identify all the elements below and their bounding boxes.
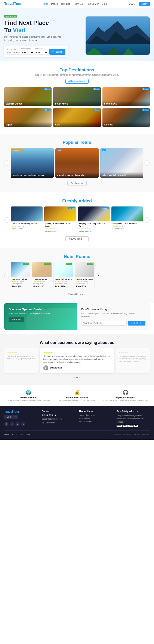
- duration-label: Duration: [35, 48, 48, 50]
- nav-link-tour-search[interactable]: Tour Search: [86, 2, 99, 5]
- dest-card-asia[interactable]: 4 tours Asia: [53, 108, 100, 127]
- view-all-tours-btn[interactable]: View All Tours →: [66, 236, 89, 241]
- room-img-3: 10% Off: [75, 262, 94, 277]
- testimonial-card-left-faded: ★★★★★ The tours in this website are grea…: [4, 348, 38, 374]
- nav-link-blog[interactable]: Blog: [102, 2, 107, 5]
- footer-currency-select[interactable]: USD ▾: [4, 415, 18, 419]
- popular-tours-title: Popular Tours: [4, 140, 150, 145]
- dest-overlay-0: Western Europe: [4, 101, 52, 106]
- nav-link-room-list[interactable]: Room List: [73, 2, 84, 5]
- footer-pay-subtitle: The payment is encrypted and transmitted…: [116, 414, 150, 424]
- footer-bottom-link-1[interactable]: About: [12, 433, 17, 436]
- newsletter-row: SUBSCRIBE: [81, 320, 146, 326]
- nav-link-home[interactable]: Home: [42, 2, 48, 5]
- dot-2[interactable]: [79, 377, 80, 378]
- room-card-0[interactable]: 10% Off Standard Deluxe ★★★★ 5 review 🛏 …: [11, 262, 30, 289]
- destinations-section: Top Destinations Explore our top destina…: [0, 61, 154, 134]
- freshly-next[interactable]: ›: [144, 217, 150, 222]
- tour-info-0: Austria – 6 Days in Vienna, Hallstatt: [11, 172, 54, 178]
- dest-overlay-2: Scandinavia: [102, 101, 150, 106]
- footer-bottom-link-0[interactable]: Home: [4, 433, 10, 436]
- nav-link-tour-list[interactable]: Tour List: [61, 2, 70, 5]
- view-all-tours-container: View All Tours →: [4, 236, 150, 241]
- rooms-next[interactable]: ›: [96, 273, 101, 278]
- fresh-img-0: [11, 206, 42, 222]
- subscribe-btn[interactable]: SUBSCRIBE: [128, 320, 146, 326]
- duration-select[interactable]: Any: [35, 50, 48, 55]
- footer-link-0[interactable]: Travel Blog + Tips: [79, 414, 112, 416]
- see-more-btn[interactable]: See More →: [68, 181, 86, 186]
- footer-bottom-link-2[interactable]: Blog: [19, 433, 23, 436]
- dot-1[interactable]: [76, 377, 78, 378]
- fresh-card-1[interactable]: Best Value Venice, Rome and Milan – 9 Da…: [44, 206, 76, 233]
- room-badge-3: 10% Off: [87, 263, 94, 265]
- brand-accent: Tour: [14, 2, 22, 6]
- hotel-rooms-section: Hotel Rooms ‹ 10% Off Standard Deluxe ★★…: [0, 248, 154, 303]
- twitter-icon[interactable]: t: [10, 422, 14, 426]
- hero-title-accent: Visit: [13, 27, 26, 33]
- hero-title-line1: Find Next Place: [4, 20, 49, 26]
- rooms-grid: 10% Off Standard Deluxe ★★★★ 5 review 🛏 …: [11, 262, 94, 289]
- footer-bottom: Home About Blog Contact Copyright © 2024…: [4, 430, 150, 436]
- search-button[interactable]: 🔍 Search: [49, 49, 66, 55]
- dest-card-egypt[interactable]: 3 tours Egypt: [4, 108, 52, 127]
- hero-mountain-image: [86, 16, 150, 55]
- dest-card-america[interactable]: 8 tours America: [102, 108, 150, 127]
- room-card-3[interactable]: 10% Off Junior Suite Room ★★★★ 5 review …: [75, 262, 94, 289]
- destinations-title: Top Destinations: [4, 68, 150, 72]
- fresh-card-2[interactable]: Best Value Enquiry Form Only Paris – 6 D…: [78, 206, 110, 233]
- fresh-card-3[interactable]: 5 Day Oahu Tour: Honolulu ★★★★ 5 review …: [112, 206, 143, 233]
- freshly-prev[interactable]: ‹: [4, 217, 10, 222]
- newsletter-input[interactable]: [81, 320, 126, 326]
- room-img-2: 10% Off: [54, 262, 73, 277]
- all-destinations-btn[interactable]: All Destinations →: [66, 79, 88, 84]
- testimonial-dots: [4, 376, 150, 379]
- footer-link-2[interactable]: Be Our Partner: [79, 420, 112, 422]
- dest-card-scandinavia[interactable]: 5 tours Scandinavia: [102, 87, 150, 106]
- pay-mc: MC: [122, 425, 126, 427]
- nav-link-pages[interactable]: Pages: [51, 2, 58, 5]
- view-all-rooms-btn[interactable]: View All Rooms →: [64, 292, 90, 297]
- brand: TravelTour: [4, 2, 22, 6]
- view-all-rooms-container: View All Rooms →: [4, 292, 150, 297]
- dest-card-south-africa[interactable]: 2 tours South Africa: [53, 87, 100, 106]
- fresh-card-0[interactable]: Dubai – All Stunning Places ★★★★ 5 revie…: [11, 206, 42, 233]
- room-info-0: Standard Deluxe ★★★★ 5 review 🛏 King Bed…: [11, 277, 30, 289]
- tour-card-2[interactable]: Hot India – Mumbai, New Delhi: [100, 148, 143, 178]
- dest-card-western-europe[interactable]: 6 tours Western Europe: [4, 87, 52, 106]
- brand-text: Travel: [4, 2, 14, 6]
- popular-tours-next[interactable]: ›: [144, 160, 150, 166]
- hero-image: [86, 16, 150, 55]
- dot-0[interactable]: [74, 377, 75, 378]
- rooms-prev[interactable]: ‹: [4, 273, 10, 278]
- room-card-1[interactable]: 10% Off The Penthouse ★★★★ 5 review 🛏 Ki…: [32, 262, 52, 289]
- deals-cta-btn[interactable]: See Tours: [8, 317, 24, 322]
- tour-card-1[interactable]: New Argentina – Great Diving Trip: [56, 148, 98, 178]
- facebook-icon[interactable]: f: [4, 422, 8, 426]
- footer-bottom-link-3[interactable]: Contact: [25, 433, 32, 436]
- footer-phone: 1 (333) 025-19: [42, 414, 75, 416]
- deals-right: Don't miss a thing Get updates to specia…: [77, 303, 150, 330]
- pay-amex: AMEX: [128, 425, 134, 427]
- footer: TravelTour USD ▾ f t in p Contact 1 (333…: [0, 406, 154, 440]
- popular-tours-prev[interactable]: ‹: [4, 160, 10, 166]
- dest-overlay-3: Egypt: [4, 122, 52, 127]
- currency-btn[interactable]: USD ▾: [127, 2, 137, 6]
- footer-contact-title: Contact: [42, 410, 75, 412]
- pinterest-icon[interactable]: p: [21, 422, 25, 426]
- footer-partner[interactable]: Be Our Partner: [42, 421, 75, 424]
- destination-select[interactable]: Any: [21, 50, 33, 55]
- room-img-0: 10% Off: [11, 262, 30, 277]
- dest-badge-0: 6 tours: [44, 88, 50, 90]
- room-badge-1: 10% Off: [44, 263, 51, 265]
- hotel-rooms-title: Hotel Rooms: [4, 254, 150, 259]
- testimonials-title: What our customers are saying about us: [4, 340, 150, 345]
- keywords-input[interactable]: [7, 51, 20, 55]
- tour-card-0[interactable]: Special Offer Austria – 6 Days in Vienna…: [11, 148, 54, 178]
- login-btn[interactable]: Login: [139, 2, 150, 6]
- dest-overlay-5: America: [102, 122, 150, 127]
- room-info-2: Grand Suite Room ★★★★ 5 review 🛏 Double …: [54, 277, 73, 289]
- linkedin-icon[interactable]: in: [16, 422, 20, 426]
- footer-link-1[interactable]: Destinations: [79, 417, 112, 419]
- room-card-2[interactable]: 10% Off Grand Suite Room ★★★★ 5 review 🛏…: [54, 262, 73, 289]
